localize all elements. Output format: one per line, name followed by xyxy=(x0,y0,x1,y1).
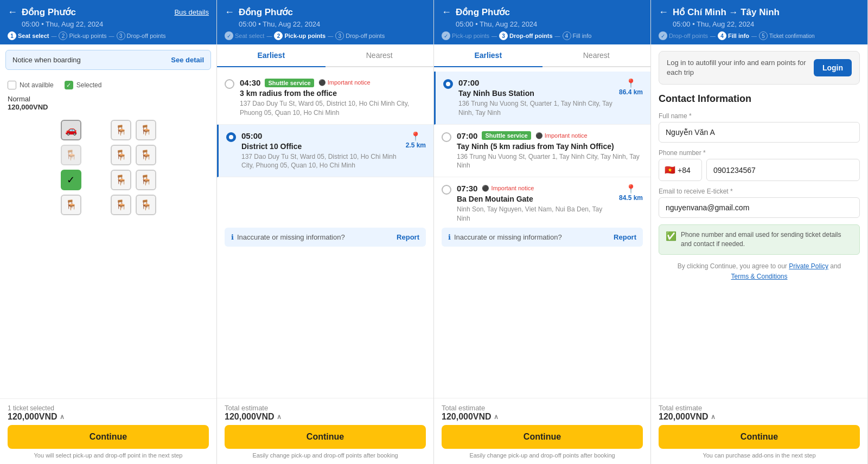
seat-r4c4[interactable]: 🪑 xyxy=(136,195,156,215)
full-name-input[interactable] xyxy=(659,122,860,143)
report-text-3: ℹ Inaccurate or missing information? xyxy=(448,233,562,241)
badge-important-3-2[interactable]: ⚫ Important notice xyxy=(535,132,588,139)
terms-prefix: By clicking Continue, you agree to our xyxy=(678,262,787,270)
stop-name-3-3: Ba Den Moutain Gate xyxy=(457,195,614,203)
footer-2: Total estimate 120,000VND ∧ Continue Eas… xyxy=(217,398,433,464)
step-3-dropoff: 3 Drop-off points xyxy=(117,31,166,40)
stop-item-2-2[interactable]: 05:00 District 10 Office 137 Dao Duy Tu … xyxy=(217,125,433,178)
dist-value-3-1: 86.4 km xyxy=(619,88,643,96)
badge-shuttle-3-2: Shuttle service xyxy=(482,131,531,140)
radio-2-1[interactable] xyxy=(225,79,234,89)
seat-r4c3[interactable]: 🪑 xyxy=(111,195,131,215)
legend-selected: Selected xyxy=(65,81,102,89)
phone-input[interactable] xyxy=(706,159,860,181)
seat-r2c3[interactable]: 🪑 xyxy=(111,145,131,165)
bus-details-link[interactable]: Bus details xyxy=(174,8,209,16)
stop-item-2-1[interactable]: 04:30 Shuttle service ⚫ Important notice… xyxy=(217,72,433,125)
privacy-policy-link[interactable]: Private Policy xyxy=(789,262,828,270)
seat-r1c4[interactable]: 🪑 xyxy=(136,120,156,140)
terms-and: and xyxy=(830,262,841,270)
price-arrow-2[interactable]: ∧ xyxy=(277,413,282,421)
login-bar: Log in to autofill your info and earn po… xyxy=(659,51,860,85)
step-4-1: ✓ Drop-off points xyxy=(659,31,708,40)
stop-name-2-2: District 10 Office xyxy=(241,142,400,151)
stop-distance-3-1: 📍 86.4 km xyxy=(619,78,643,96)
seat-r2c1: 🪑 xyxy=(61,145,81,165)
seat-r3c3[interactable]: 🪑 xyxy=(111,170,131,190)
radio-2-2[interactable] xyxy=(226,132,236,142)
footer-price-2: 120,000VND xyxy=(225,412,275,422)
seat-r3c4[interactable]: 🪑 xyxy=(136,170,156,190)
report-text-2: ℹ Inaccurate or missing information? xyxy=(231,233,345,241)
total-label-2: Total estimate xyxy=(225,404,282,412)
login-button[interactable]: Login xyxy=(814,59,852,76)
header-title-4: Hồ Chí Minh → Tây Ninh xyxy=(673,7,860,18)
price-arrow-4[interactable]: ∧ xyxy=(711,413,716,421)
back-arrow-4[interactable]: ← xyxy=(659,7,668,18)
step-3-3: 4 Fill info xyxy=(563,31,592,40)
legend: Not availble Selected xyxy=(0,75,216,95)
seat-r3c1-selected[interactable]: ✓ xyxy=(61,170,81,190)
step-3-2: 3 Drop-off points xyxy=(499,31,552,40)
stop-name-3-1: Tay Ninh Bus Station xyxy=(458,89,614,98)
login-text: Log in to autofill your info and earn po… xyxy=(667,58,808,78)
stop-address-3-3: Ninh Son, Tay Nguyen, Viet Nam, Nui Ba D… xyxy=(457,205,614,223)
continue-btn-1[interactable]: Continue xyxy=(8,425,209,449)
report-bar-2: ℹ Inaccurate or missing information? Rep… xyxy=(225,228,426,247)
stop-item-3-2[interactable]: 07:00 Shuttle service ⚫ Important notice… xyxy=(434,125,650,178)
total-label-3: Total estimate xyxy=(442,404,499,412)
report-bar-3: ℹ Inaccurate or missing information? Rep… xyxy=(442,228,643,247)
email-input[interactable] xyxy=(659,197,860,218)
header-2: ← Đồng Phước 05:00 • Thu, Aug 22, 2024 ✓… xyxy=(217,0,433,44)
tab-earliest-2[interactable]: Earliest xyxy=(217,44,326,67)
continue-btn-2[interactable]: Continue xyxy=(225,425,426,449)
header-subtitle-2: 05:00 • Thu, Aug 22, 2024 xyxy=(239,20,426,28)
info-notice-text: Phone number and email used for sending … xyxy=(681,230,853,249)
stop-address-3-2: 136 Trung Nu Vuong St, Quarter 1, Tay Ni… xyxy=(457,152,643,171)
report-link-2[interactable]: Report xyxy=(397,233,419,241)
radio-3-1[interactable] xyxy=(443,79,453,89)
notice-text: Notice when boarding xyxy=(12,56,81,64)
tabs-3: Earliest Nearest xyxy=(434,44,650,67)
check-circle-icon: ✅ xyxy=(666,231,676,241)
back-arrow-3[interactable]: ← xyxy=(442,7,451,18)
stop-item-3-1[interactable]: 07:00 Tay Ninh Bus Station 136 Trung Nu … xyxy=(434,72,650,125)
header-1: ← Đồng Phước Bus details 05:00 • Thu, Au… xyxy=(0,0,216,44)
stop-time-3-2: 07:00 xyxy=(457,131,477,140)
steps-4: ✓ Drop-off points — 4 Fill info — 5 Tick… xyxy=(659,31,860,40)
tab-nearest-3[interactable]: Nearest xyxy=(542,44,651,66)
selected-box xyxy=(65,81,73,89)
footer-3: Total estimate 120,000VND ∧ Continue Eas… xyxy=(434,398,650,464)
stop-time-3-3: 07:30 xyxy=(457,184,477,193)
header-subtitle-1: 05:00 • Thu, Aug 22, 2024 xyxy=(22,20,209,28)
badge-important-2-1[interactable]: ⚫ Important notice xyxy=(318,79,371,86)
continue-btn-4[interactable]: Continue xyxy=(659,425,860,449)
back-arrow-1[interactable]: ← xyxy=(8,7,17,18)
tab-nearest-2[interactable]: Nearest xyxy=(326,44,434,66)
price-arrow-3[interactable]: ∧ xyxy=(494,413,499,421)
back-arrow-2[interactable]: ← xyxy=(225,7,234,18)
price-arrow-1[interactable]: ∧ xyxy=(60,413,65,421)
phone-prefix[interactable]: 🇻🇳 +84 xyxy=(659,159,702,181)
continue-btn-3[interactable]: Continue xyxy=(442,425,643,449)
header-title-3: Đồng Phước xyxy=(456,7,643,18)
seat-r2c4[interactable]: 🪑 xyxy=(136,145,156,165)
see-detail-link[interactable]: See detail xyxy=(171,56,204,64)
tab-earliest-3[interactable]: Earliest xyxy=(434,44,542,67)
stop-item-3-3[interactable]: 07:30 ⚫ Important notice Ba Den Moutain … xyxy=(434,177,650,223)
footer-note-2: Easily change pick-up and drop-off point… xyxy=(225,452,426,459)
report-link-3[interactable]: Report xyxy=(614,233,636,241)
step-3-1: ✓ Pick-up points xyxy=(442,31,489,40)
seat-r1c3[interactable]: 🪑 xyxy=(111,120,131,140)
stop-time-2-1: 04:30 xyxy=(240,78,260,87)
steps-1: 1 Seat select — 2 Pick-up points — 3 Dro… xyxy=(8,31,209,40)
email-field: Email to receive E-ticket * xyxy=(659,188,860,218)
stop-list-2: 04:30 Shuttle service ⚫ Important notice… xyxy=(217,67,433,223)
seat-r4c1[interactable]: 🪑 xyxy=(61,195,81,215)
radio-3-2[interactable] xyxy=(442,132,451,142)
badge-important-3-3[interactable]: ⚫ Important notice xyxy=(482,185,534,192)
header-subtitle-4: 05:00 • Thu, Aug 22, 2024 xyxy=(673,20,860,28)
dist-value-3-3: 84.5 km xyxy=(619,194,643,202)
radio-3-3[interactable] xyxy=(442,185,451,195)
terms-conditions-link[interactable]: Terms & Conditions xyxy=(731,273,787,280)
